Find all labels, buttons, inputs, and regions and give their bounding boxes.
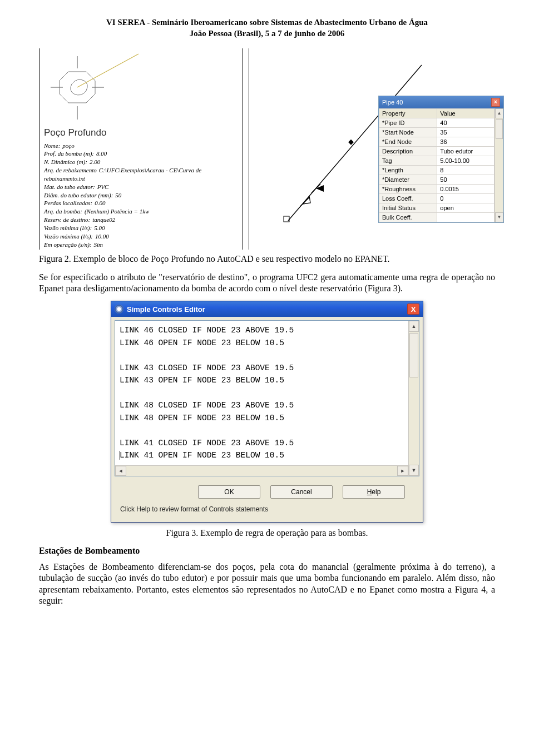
- well-attr-value: PVC: [97, 183, 109, 190]
- pipe-properties-grid[interactable]: Property Value *Pipe ID40*Start Node35*E…: [379, 108, 495, 222]
- well-title: Poço Profundo: [44, 127, 238, 138]
- well-attr-key: Nome:: [44, 142, 60, 149]
- autocad-pane: Poço Profundo Nome:poçoProf. da bomba (m…: [39, 48, 243, 250]
- sce-vscrollbar[interactable]: ▲ ▼: [408, 321, 419, 475]
- table-row[interactable]: DescriptionTubo edutor: [379, 146, 495, 156]
- well-attr-value: poço: [62, 142, 74, 149]
- figure-2-caption: Figura 2. Exemplo de bloco de Poço Profu…: [39, 254, 495, 264]
- well-attr-key: Perdas localizadas:: [44, 200, 92, 206]
- header-line-2: João Pessoa (Brasil), 5 a 7 de junho de …: [39, 28, 495, 39]
- close-icon[interactable]: ×: [491, 98, 500, 107]
- pipe-prop-value[interactable]: [437, 212, 495, 222]
- well-attr-value: 8.00: [96, 150, 107, 157]
- pipe-prop-key: Loss Coeff.: [379, 193, 437, 203]
- svg-rect-7: [348, 139, 354, 145]
- pipe-prop-key: *Roughness: [379, 184, 437, 193]
- well-attr-value: 50: [115, 192, 121, 198]
- well-attr-row: Vazão mínima (l/s):5.00: [44, 224, 238, 232]
- svg-line-5: [77, 54, 139, 87]
- well-glyph: [44, 52, 150, 124]
- pipe-prop-value[interactable]: 0.0015: [437, 184, 495, 193]
- pipe-panel-scrollbar[interactable]: ▲ ▼: [495, 108, 503, 222]
- table-row[interactable]: *Pipe ID40: [379, 118, 495, 127]
- pipe-prop-key: Tag: [379, 156, 437, 165]
- well-attr-key: Diâm. do tubo edutor (mm):: [44, 192, 113, 198]
- close-icon[interactable]: X: [407, 304, 419, 315]
- well-attr-row: Nome:poço: [44, 142, 238, 150]
- sce-title: Simple Controls Editor: [127, 305, 205, 314]
- sce-text-area[interactable]: LINK 46 CLOSED IF NODE 23 ABOVE 19.5 LIN…: [115, 321, 408, 465]
- well-attr-key: Vazão mínima (l/s):: [44, 225, 92, 231]
- well-attr-row: Prof. da bomba (m):8.00: [44, 150, 238, 158]
- simple-controls-editor: Simple Controls Editor X LINK 46 CLOSED …: [111, 301, 423, 522]
- well-attr-value: 0.00: [95, 200, 105, 206]
- well-attr-key: Reserv. de destino:: [44, 216, 90, 223]
- table-row[interactable]: *Roughness0.0015: [379, 184, 495, 193]
- pipe-prop-value[interactable]: 40: [437, 118, 495, 127]
- pipe-prop-value[interactable]: Tubo edutor: [437, 146, 495, 156]
- sce-titlebar[interactable]: Simple Controls Editor X: [111, 301, 423, 317]
- page-header: VI SEREA - Seminário Iberoamericano sobr…: [39, 17, 495, 39]
- well-attr-key: Vazão máxima (l/s):: [44, 233, 93, 240]
- table-row[interactable]: Tag5.00-10.00: [379, 156, 495, 165]
- pipe-prop-value[interactable]: 0: [437, 193, 495, 203]
- well-attr-row: Mat. do tubo edutor:PVC: [44, 183, 238, 191]
- figure-2: Poço Profundo Nome:poçoProf. da bomba (m…: [39, 48, 495, 250]
- sce-hscrollbar[interactable]: ◄ ►: [115, 465, 408, 476]
- figure-3-caption: Figura 3. Exemplo de regra de operação p…: [39, 528, 495, 538]
- well-attr-value: 2.00: [90, 158, 100, 165]
- well-attr-key: Arq. da bomba:: [44, 208, 82, 215]
- pipe-col-property: Property: [379, 108, 437, 118]
- pipe-prop-value[interactable]: 50: [437, 175, 495, 184]
- scroll-down-icon[interactable]: ▼: [409, 465, 419, 476]
- ok-button[interactable]: OK: [198, 485, 260, 499]
- well-attr-row: Arq. da bomba:(Nenhum) Potência = 1kw: [44, 207, 238, 216]
- pipe-prop-key: *Length: [379, 165, 437, 175]
- well-attr-key: N. Dinâmico (m):: [44, 158, 87, 165]
- scroll-thumb[interactable]: [409, 333, 418, 377]
- sce-hint-text: Click Help to review format of Controls …: [115, 503, 419, 519]
- well-attr-value: 10.00: [95, 233, 109, 240]
- pipe-prop-value[interactable]: 36: [437, 137, 495, 146]
- table-row[interactable]: Loss Coeff.0: [379, 193, 495, 203]
- table-row[interactable]: *Diameter50: [379, 175, 495, 184]
- pipe-prop-key: *Diameter: [379, 175, 437, 184]
- scroll-up-icon[interactable]: ▲: [495, 108, 503, 118]
- well-attr-row: Em operação (s/n):Sim: [44, 241, 238, 249]
- well-attr-key: Em operação (s/n):: [44, 241, 92, 248]
- scroll-up-icon[interactable]: ▲: [409, 321, 419, 332]
- pipe-prop-key: *End Node: [379, 137, 437, 146]
- scroll-thumb[interactable]: [496, 119, 503, 139]
- well-attr-value: 5.00: [94, 225, 105, 231]
- paragraph-section: As Estações de Bombeamento diferenciam-s…: [39, 561, 495, 607]
- pipe-prop-value[interactable]: 8: [437, 165, 495, 175]
- well-attr-key: Mat. do tubo edutor:: [44, 183, 95, 190]
- pipe-prop-value[interactable]: 5.00-10.00: [437, 156, 495, 165]
- pipe-col-value: Value: [437, 108, 495, 118]
- table-row[interactable]: *Length8: [379, 165, 495, 175]
- pipe-prop-value[interactable]: 35: [437, 127, 495, 137]
- pipe-prop-key: Initial Status: [379, 203, 437, 212]
- paragraph-after-fig2: Se for especificado o atributo de "reser…: [39, 272, 495, 295]
- cancel-button[interactable]: Cancel: [270, 485, 333, 499]
- pipe-prop-value[interactable]: open: [437, 203, 495, 212]
- scroll-down-icon[interactable]: ▼: [495, 212, 503, 222]
- scroll-left-icon[interactable]: ◄: [115, 466, 126, 476]
- well-attr-row: Perdas localizadas:0.00: [44, 199, 238, 207]
- help-button[interactable]: Help: [343, 485, 405, 499]
- well-attr-value: (Nenhum) Potência = 1kw: [85, 208, 149, 215]
- pipe-panel-title: Pipe 40: [382, 99, 403, 106]
- table-row[interactable]: *End Node36: [379, 137, 495, 146]
- pipe-prop-key: *Pipe ID: [379, 118, 437, 127]
- pipe-prop-key: *Start Node: [379, 127, 437, 137]
- well-attr-key: Arq. de rebaixamento: [44, 167, 97, 173]
- well-attr-value: Sim: [94, 241, 103, 248]
- scroll-right-icon[interactable]: ►: [397, 466, 408, 476]
- well-attribute-list: Nome:poçoProf. da bomba (m):8.00N. Dinâm…: [44, 142, 238, 249]
- table-row[interactable]: Bulk Coeff.: [379, 212, 495, 222]
- table-row[interactable]: *Start Node35: [379, 127, 495, 137]
- pipe-panel-titlebar[interactable]: Pipe 40 ×: [379, 96, 503, 108]
- epanet-pane: Pipe 40 Pipe 40 × Property Value *Pipe I…: [249, 48, 495, 250]
- header-line-1: VI SEREA - Seminário Iberoamericano sobr…: [39, 17, 495, 28]
- table-row[interactable]: Initial Statusopen: [379, 203, 495, 212]
